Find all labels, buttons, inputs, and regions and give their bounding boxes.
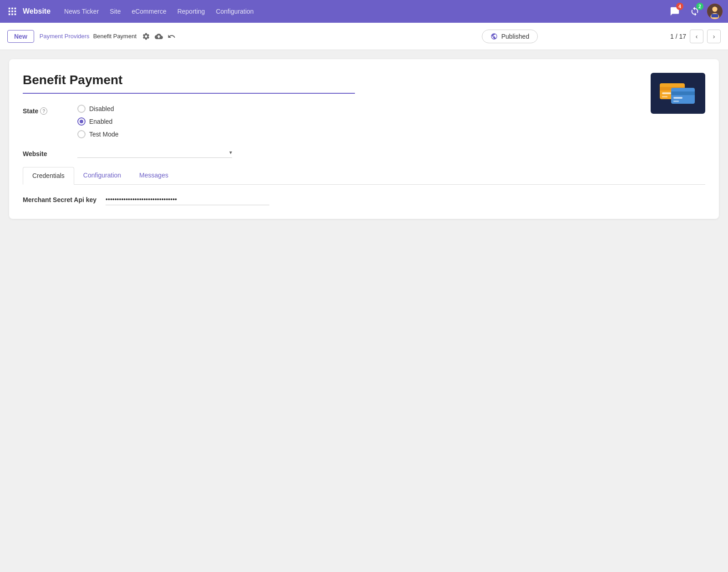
svg-rect-2 (15, 8, 16, 10)
credentials-tab-content: Merchant Secret Api key (23, 194, 705, 205)
tabs-bar: Credentials Configuration Messages (23, 167, 705, 185)
svg-point-10 (712, 7, 717, 12)
pagination-text: 1 / 17 (670, 33, 686, 40)
prev-page-button[interactable]: ‹ (690, 30, 703, 43)
state-radio-group: Disabled Enabled Test Mode (77, 105, 119, 138)
website-field-row: Website ▾ (23, 147, 705, 158)
toolbar: New Payment Providers Benefit Payment Pu… (0, 23, 728, 50)
pagination: 1 / 17 ‹ › (670, 30, 721, 43)
messages-badge: 4 (676, 3, 683, 10)
svg-rect-3 (9, 10, 10, 12)
tab-credentials[interactable]: Credentials (23, 167, 74, 185)
svg-rect-12 (711, 14, 718, 18)
svg-rect-16 (662, 96, 667, 97)
svg-rect-8 (15, 14, 16, 15)
published-label: Published (501, 33, 530, 40)
nav-ecommerce[interactable]: eCommerce (127, 5, 171, 18)
published-button[interactable]: Published (482, 30, 538, 43)
main-content: Benefit Payment State ? Disabled Enabled… (0, 50, 728, 228)
svg-rect-4 (11, 10, 13, 12)
state-testmode-label: Test Mode (89, 131, 119, 138)
settings-icon[interactable] (142, 32, 150, 40)
top-navigation: Website News Ticker Site eCommerce Repor… (0, 0, 728, 23)
state-testmode-option[interactable]: Test Mode (77, 130, 119, 138)
state-label: State ? (23, 105, 77, 115)
state-disabled-option[interactable]: Disabled (77, 105, 119, 113)
grid-menu-icon[interactable] (5, 5, 19, 18)
breadcrumb-parent[interactable]: Payment Providers (40, 33, 90, 40)
svg-rect-0 (9, 8, 10, 10)
record-title: Benefit Payment (23, 73, 355, 94)
brand-label[interactable]: Website (23, 7, 51, 15)
tab-messages[interactable]: Messages (130, 167, 177, 184)
state-help-icon[interactable]: ? (40, 107, 47, 115)
state-field-row: State ? Disabled Enabled Test Mode (23, 105, 705, 138)
merchant-key-label: Merchant Secret Api key (23, 196, 96, 203)
website-select[interactable]: ▾ (77, 147, 232, 158)
globe-icon (490, 33, 498, 40)
updates-button[interactable]: 2 (687, 4, 703, 19)
state-disabled-label: Disabled (89, 105, 114, 112)
form-card: Benefit Payment State ? Disabled Enabled… (9, 59, 719, 219)
website-label: Website (23, 147, 77, 157)
nav-reporting[interactable]: Reporting (173, 5, 210, 18)
messages-button[interactable]: 4 (667, 4, 682, 19)
user-avatar[interactable] (707, 4, 723, 19)
breadcrumb-current: Benefit Payment (93, 33, 136, 40)
state-testmode-radio[interactable] (77, 130, 86, 138)
svg-rect-15 (662, 92, 671, 94)
state-disabled-radio[interactable] (77, 105, 86, 113)
topnav-right: 4 2 (667, 4, 723, 19)
svg-rect-1 (11, 8, 13, 10)
svg-rect-7 (11, 14, 13, 15)
svg-rect-5 (15, 10, 16, 12)
merchant-key-input[interactable] (106, 194, 269, 205)
svg-rect-19 (673, 97, 682, 99)
new-button[interactable]: New (7, 30, 34, 43)
website-chevron-icon: ▾ (229, 149, 232, 156)
payment-provider-image (651, 73, 705, 114)
updates-badge: 2 (696, 3, 703, 10)
next-page-button[interactable]: › (707, 30, 721, 43)
toolbar-center: Published (355, 30, 665, 43)
tab-configuration[interactable]: Configuration (74, 167, 130, 184)
state-enabled-option[interactable]: Enabled (77, 117, 119, 126)
svg-rect-18 (671, 91, 695, 95)
state-enabled-radio[interactable] (77, 117, 86, 126)
undo-icon[interactable] (167, 32, 176, 40)
payment-image-inner (651, 73, 705, 114)
svg-rect-20 (673, 101, 679, 102)
state-enabled-label: Enabled (89, 118, 112, 125)
nav-site[interactable]: Site (105, 5, 125, 18)
cloud-upload-icon[interactable] (155, 32, 163, 40)
breadcrumb: Payment Providers Benefit Payment (40, 32, 349, 40)
svg-rect-6 (9, 14, 10, 15)
nav-news-ticker[interactable]: News Ticker (60, 5, 103, 18)
nav-configuration[interactable]: Configuration (211, 5, 258, 18)
nav-links: News Ticker Site eCommerce Reporting Con… (60, 5, 667, 18)
